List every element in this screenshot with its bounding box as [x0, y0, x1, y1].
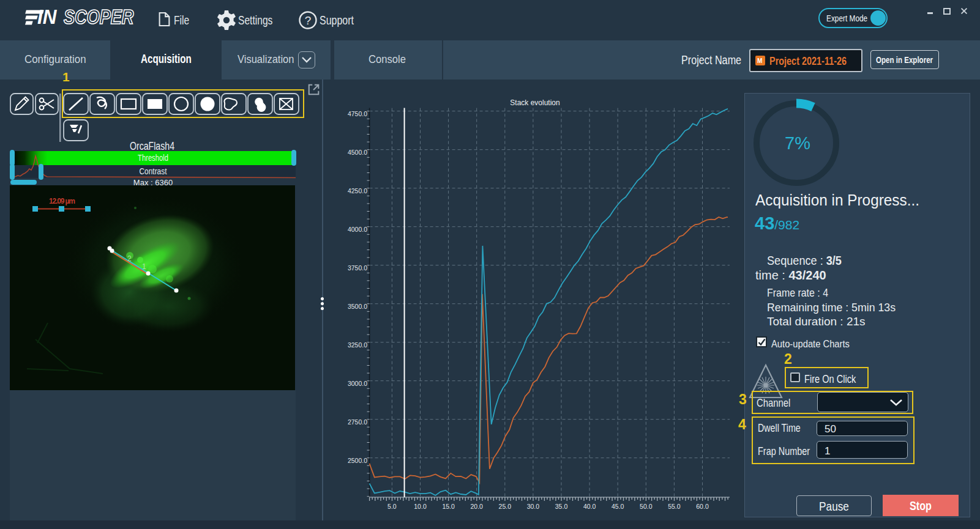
svg-text:4000.0: 4000.0 [348, 226, 367, 233]
svg-text:3250.0: 3250.0 [348, 341, 367, 349]
svg-text:10.0: 10.0 [414, 503, 427, 510]
svg-text:7%: 7% [785, 133, 810, 153]
svg-text:15.0: 15.0 [442, 503, 455, 510]
svg-text:20.0: 20.0 [470, 503, 483, 510]
svg-text:35.0: 35.0 [555, 503, 568, 510]
svg-text:12.09 µm: 12.09 µm [49, 197, 75, 205]
svg-text:2500.0: 2500.0 [348, 457, 367, 464]
svg-text:3500.0: 3500.0 [348, 303, 367, 310]
svg-text:45.0: 45.0 [612, 503, 624, 510]
svg-text:3000.0: 3000.0 [348, 380, 367, 387]
svg-text:3750.0: 3750.0 [348, 264, 367, 272]
svg-text:60.0: 60.0 [696, 503, 709, 510]
svg-text:1: 1 [142, 262, 146, 271]
svg-text:25.0: 25.0 [499, 503, 512, 510]
svg-text:4500.0: 4500.0 [348, 149, 367, 156]
svg-text:40.0: 40.0 [583, 503, 596, 510]
svg-text:?: ? [305, 14, 312, 27]
svg-text:Stack evolution: Stack evolution [510, 98, 559, 107]
svg-text:2: 2 [127, 254, 132, 263]
svg-text:30.0: 30.0 [527, 503, 540, 510]
svg-text:4750.0: 4750.0 [348, 110, 367, 117]
svg-text:4250.0: 4250.0 [348, 187, 367, 194]
svg-text:2750.0: 2750.0 [348, 418, 367, 426]
svg-text:55.0: 55.0 [668, 503, 681, 510]
svg-text:50.0: 50.0 [640, 503, 653, 510]
svg-text:5.0: 5.0 [387, 503, 397, 510]
